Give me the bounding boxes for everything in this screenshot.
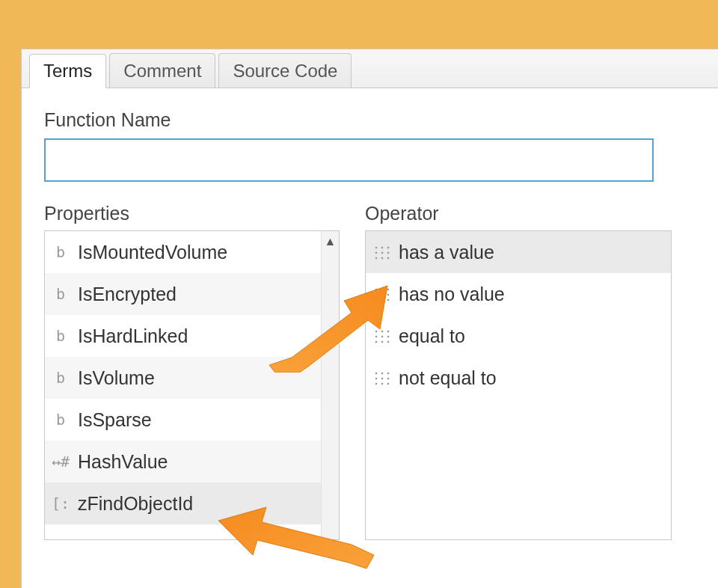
tab-comment[interactable]: Comment — [109, 53, 215, 88]
operator-row-label: has a value — [399, 242, 494, 263]
tab-label: Terms — [43, 61, 92, 82]
properties-row-selected[interactable]: [: zFindObjectId — [45, 483, 321, 524]
operator-row[interactable]: equal to — [366, 315, 671, 357]
properties-listbox[interactable]: b IsMountedVolume b IsEncrypted b IsHard… — [44, 230, 340, 540]
properties-heading: Properties — [44, 203, 340, 224]
properties-row[interactable]: b IsSparse — [45, 399, 321, 441]
operator-listbox[interactable]: has a value has no value equal to not eq… — [365, 230, 672, 540]
scroll-up-icon[interactable]: ▲ — [325, 236, 337, 248]
properties-scrollbar[interactable]: ▲ — [321, 231, 339, 539]
properties-row[interactable]: b IsVolume — [45, 357, 321, 399]
properties-row-label: HashValue — [78, 451, 168, 473]
properties-row[interactable]: b IsHardLinked — [45, 315, 321, 357]
properties-row[interactable]: b IsMountedVolume — [45, 231, 321, 273]
properties-row[interactable]: ↔# HashValue — [45, 441, 321, 483]
properties-column: Properties b IsMountedVolume b IsEncrypt… — [44, 203, 340, 540]
properties-list-inner: b IsMountedVolume b IsEncrypted b IsHard… — [45, 231, 321, 539]
dialog-window: Terms Comment Source Code Function Name … — [21, 49, 718, 588]
tab-label: Source Code — [233, 61, 337, 82]
operator-row[interactable]: has no value — [366, 273, 671, 315]
properties-row[interactable]: b IsEncrypted — [45, 273, 321, 315]
tab-source-code[interactable]: Source Code — [218, 53, 352, 88]
hash-type-icon: ↔# — [51, 453, 70, 471]
operator-column: Operator has a value has no value equal … — [365, 203, 672, 540]
operator-row-selected[interactable]: has a value — [366, 231, 671, 273]
tab-terms[interactable]: Terms — [29, 54, 106, 88]
operator-icon — [372, 287, 391, 301]
tab-label: Comment — [123, 61, 201, 82]
operator-row-label: not equal to — [399, 367, 497, 389]
bool-type-icon: b — [51, 411, 70, 429]
bool-type-icon: b — [51, 369, 70, 387]
bool-type-icon: b — [51, 327, 70, 345]
columns: Properties b IsMountedVolume b IsEncrypt… — [44, 203, 696, 540]
function-name-input[interactable] — [44, 138, 654, 182]
operator-row-label: has no value — [399, 284, 505, 305]
operator-icon — [372, 370, 391, 385]
terms-panel: Function Name Properties b IsMountedVolu… — [22, 88, 718, 588]
properties-row-label: IsSparse — [78, 409, 152, 431]
list-type-icon: [: — [51, 494, 70, 512]
properties-row-label: IsVolume — [78, 367, 155, 389]
operator-icon — [372, 245, 391, 260]
function-name-label: Function Name — [44, 109, 696, 131]
properties-row-label: zFindObjectId — [78, 493, 193, 515]
properties-row-label: IsHardLinked — [78, 325, 188, 347]
operator-row[interactable]: not equal to — [366, 357, 671, 399]
bool-type-icon: b — [51, 243, 70, 261]
operator-heading: Operator — [365, 203, 672, 224]
bool-type-icon: b — [51, 285, 70, 303]
tab-strip: Terms Comment Source Code — [22, 49, 718, 88]
properties-row-label: IsEncrypted — [78, 284, 177, 305]
properties-row-label: IsMountedVolume — [78, 242, 227, 263]
operator-row-label: equal to — [399, 325, 465, 347]
operator-icon — [372, 328, 391, 343]
